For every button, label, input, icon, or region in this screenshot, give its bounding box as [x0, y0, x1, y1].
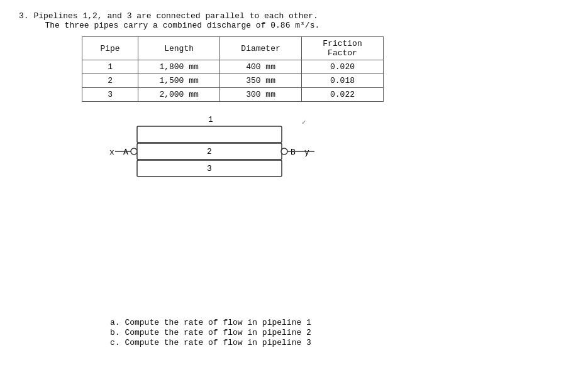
diagram-svg: 1 x A 2 3 B y ✓	[94, 111, 333, 192]
pipe-number: 2	[82, 74, 138, 88]
pipe-friction: 0.018	[302, 74, 384, 88]
pipe-length: 2,000 mm	[138, 88, 220, 102]
junction-A	[131, 148, 137, 155]
questions-section: a. Compute the rate of flow in pipeline …	[110, 318, 547, 347]
pipe-friction: 0.022	[302, 88, 384, 102]
col-pipe: Pipe	[82, 37, 138, 60]
pipe-number: 3	[82, 88, 138, 102]
pipe1-label: 1	[208, 115, 213, 124]
pipe-diameter: 350 mm	[220, 74, 302, 88]
col-friction: FrictionFactor	[302, 37, 384, 60]
problem-title-line1: 3. Pipelines 1,2, and 3 are connected pa…	[19, 11, 547, 21]
table-row: 2 1,500 mm 350 mm 0.018	[82, 74, 384, 88]
pipe-length: 1,800 mm	[138, 60, 220, 74]
pipe-diagram: 1 x A 2 3 B y ✓	[94, 111, 333, 192]
junction-B	[281, 148, 287, 155]
table-row: 3 2,000 mm 300 mm 0.022	[82, 88, 384, 102]
pipe-length: 1,500 mm	[138, 74, 220, 88]
pipe-diameter: 400 mm	[220, 60, 302, 74]
problem-title-line2: The three pipes carry a combined dischar…	[30, 21, 547, 30]
question-a: a. Compute the rate of flow in pipeline …	[110, 318, 547, 327]
label-x: x	[109, 148, 114, 157]
col-length: Length	[138, 37, 220, 60]
pipe-table: Pipe Length Diameter FrictionFactor 1 1,…	[82, 36, 384, 102]
question-b: b. Compute the rate of flow in pipeline …	[110, 328, 547, 337]
col-diameter: Diameter	[220, 37, 302, 60]
pipe2-inner-label: 2	[207, 147, 212, 156]
pipe-number: 1	[82, 60, 138, 74]
artifact-mark: ✓	[302, 119, 306, 126]
label-y: y	[304, 148, 309, 157]
pipe-diameter: 300 mm	[220, 88, 302, 102]
table-row: 1 1,800 mm 400 mm 0.020	[82, 60, 384, 74]
label-B: B	[291, 148, 296, 157]
pipe1-rect	[137, 126, 282, 143]
question-c: c. Compute the rate of flow in pipeline …	[110, 338, 547, 347]
pipe3-inner-label: 3	[207, 164, 212, 173]
pipe-friction: 0.020	[302, 60, 384, 74]
problem-header: 3. Pipelines 1,2, and 3 are connected pa…	[19, 11, 547, 30]
label-A: A	[123, 148, 128, 157]
